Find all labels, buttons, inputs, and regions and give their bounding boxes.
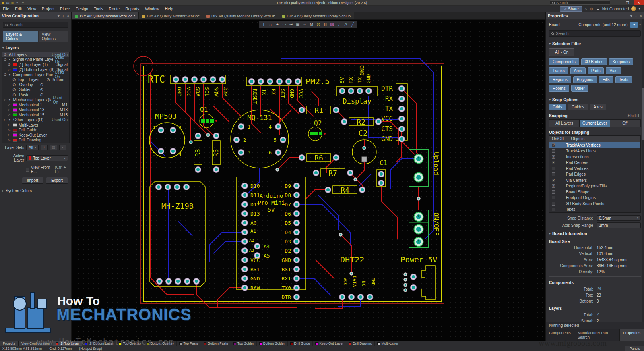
arduino-pin-label[interactable]: A0 [250, 220, 257, 226]
arduino-pin-label[interactable]: D7 [285, 201, 291, 208]
save-icon[interactable]: ▤ [6, 0, 10, 5]
menu-reports[interactable]: Reports [122, 7, 142, 11]
active-layer-select[interactable]: Top Layer ▾ [26, 155, 68, 161]
panel-pin-icon[interactable]: ↧ [634, 14, 638, 18]
pcb-component-r2[interactable]: R2 [341, 118, 382, 126]
export-button[interactable]: Export [46, 177, 68, 184]
snapping-magnet-icon[interactable]: ∩ [267, 22, 274, 27]
global-search-box[interactable]: Search [550, 0, 610, 5]
layer-group-component-pairs[interactable]: ⊙ ▾ Component Layer Pairs (C) Used On [2, 72, 69, 77]
arduino-pin-label[interactable]: D3 [285, 239, 291, 245]
save-layer-set-button[interactable]: ▤ [50, 145, 57, 150]
tab-view-options[interactable]: View Options [39, 31, 68, 42]
pcb-component-dht22[interactable]: DHT22 VCC DATA NC GND [339, 255, 376, 300]
doc-tab-pcblib[interactable]: DIY Air Quality Monitor Library.PcbLib [203, 12, 279, 19]
rtc-designator[interactable]: RTC [148, 74, 165, 85]
pcb-component-r5[interactable]: R5 [212, 133, 220, 173]
pm25-pads[interactable] [249, 79, 301, 85]
selection-filter-section[interactable]: ▾ Selection Filter [549, 39, 641, 48]
panel-tab-view-configuration[interactable]: View Configuration [19, 341, 53, 346]
pm25-pin-label[interactable]: GND [289, 89, 295, 98]
eye-icon[interactable]: ⊙ [8, 62, 11, 66]
prog-pin-label[interactable]: DTR [381, 85, 393, 92]
arduino-pin-label[interactable]: D6 [285, 211, 291, 217]
layer-tab-top-layer[interactable]: [1] Top Layer [53, 341, 82, 346]
pm25-pin-label[interactable]: TX [261, 89, 267, 95]
layer-color-swatch[interactable] [13, 133, 17, 137]
eye-off-icon[interactable]: ⊘ [8, 103, 11, 107]
layer-tab-drill-drawing[interactable]: Drill Drawing [346, 341, 375, 346]
redo-icon[interactable]: ↷ [21, 0, 24, 5]
doc-tab-schlib[interactable]: DIY Air Quality Monitor Library.SchLib [279, 12, 355, 19]
snap-row[interactable]: ✓Pad Centers [549, 160, 640, 166]
arduino-pin-label[interactable]: TX0 [282, 285, 291, 291]
arduino-pin-label[interactable]: RX1 [282, 276, 291, 282]
dht22-pads[interactable] [339, 294, 373, 300]
dht22-pin-label[interactable]: GND [370, 278, 376, 286]
snap-row[interactable]: Track/Arcs Lines [549, 148, 640, 154]
eye-icon[interactable]: ⊙ [12, 87, 16, 92]
layer-tab-bottom-layer[interactable]: [2] Bottom Layer [82, 341, 116, 346]
system-colors-section[interactable]: ▸ System Colors [0, 185, 71, 195]
snap-row[interactable]: ✓Track/Arcs Vertices [549, 142, 640, 148]
eye-off-icon[interactable]: ⊘ [8, 113, 11, 117]
doc-tab-pcbdoc[interactable]: DIY Air Quality Monitor.PcbDoc * [72, 12, 139, 19]
panel-dropdown-icon[interactable]: ▾ [58, 14, 60, 18]
snap-row[interactable]: Board Shape [549, 189, 640, 195]
snap-mode-off[interactable]: Off [610, 120, 640, 127]
checkbox-checked[interactable]: ✓ [552, 155, 555, 159]
mp503-pin-number[interactable]: 2 [178, 125, 182, 131]
menu-edit[interactable]: Edit [12, 7, 25, 11]
checkbox[interactable] [552, 167, 555, 170]
select-area-icon[interactable]: ▭ [281, 22, 287, 27]
multi-route-icon[interactable]: M [308, 22, 315, 27]
menu-tools[interactable]: Tools [91, 7, 106, 11]
pcb-component-pm25[interactable]: PM2.5 RESET TX RX SET GND VCC [246, 77, 330, 104]
snap-row[interactable]: Footprint Origins [549, 195, 640, 201]
layer-tab-drill-guide[interactable]: Drill Guide [288, 341, 313, 346]
eye-off-icon[interactable]: ⊘ [8, 108, 11, 112]
mq131-designator[interactable]: MQ-131 [247, 114, 272, 122]
r3-designator[interactable]: R3 [194, 149, 202, 156]
r5-designator[interactable]: R5 [212, 149, 220, 156]
view-from-bottom-checkbox[interactable] [26, 168, 29, 172]
filter-tracks-button[interactable]: Tracks [549, 67, 568, 74]
doc-tab-schdoc[interactable]: DIY Air Quality Monitor.SchDoc [139, 12, 203, 19]
collapse-icon[interactable]: ▾ [549, 42, 551, 46]
eye-icon[interactable]: ⊙ [8, 133, 11, 137]
onoff-pad-number[interactable]: 3 [417, 214, 420, 220]
line-icon[interactable]: ╱ [349, 22, 356, 27]
layer-tab-bottom-solder[interactable]: Bottom Solder [257, 341, 288, 346]
snap-distance-select[interactable]: 0.5mm ▾ [597, 215, 641, 221]
pcb-component-r7[interactable]: R7 [313, 169, 353, 177]
components-total-link[interactable]: 23 [597, 287, 601, 291]
layer-group-mechanical[interactable]: ⊘ ▾ Mechanical Layers (M) Used On [2, 98, 69, 103]
arduino-designator[interactable]: 5V [268, 206, 275, 213]
eye-icon[interactable]: ⊙ [40, 87, 43, 92]
filter-pads-button[interactable]: Pads [588, 67, 604, 74]
pm25-designator[interactable]: PM2.5 [305, 77, 330, 86]
pad-icon[interactable]: ▦ [295, 22, 301, 27]
mq131-pin-number[interactable]: 6 [269, 150, 272, 156]
arduino-pin-label[interactable]: A4 [264, 243, 270, 249]
snap-mode-all-layers[interactable]: All Layers [549, 120, 580, 127]
pcb-component-mq131[interactable]: MQ-131 1 2 3 4 5 6 [231, 110, 289, 168]
arduino-designator[interactable]: Pro Mini [258, 199, 285, 206]
settings-gear-icon[interactable]: ⚙ [590, 7, 593, 11]
mq131-pin-number[interactable]: 3 [248, 150, 250, 156]
collapse-icon[interactable]: ▾ [549, 232, 551, 235]
user-avatar[interactable] [631, 6, 636, 11]
snap-row[interactable]: 3D Body Snap Points [549, 201, 640, 207]
gnd-net-label[interactable]: GND [359, 65, 365, 75]
eye-icon[interactable]: ⊙ [4, 58, 7, 62]
mq131-pin-number[interactable]: 4 [269, 124, 272, 130]
panel-close-icon[interactable]: × [640, 14, 642, 18]
eye-icon[interactable]: ⊙ [8, 138, 11, 142]
pm25-pin-label[interactable]: RX [270, 89, 276, 95]
tab-properties[interactable]: Properties [620, 329, 644, 341]
polygon-icon[interactable]: ▨ [329, 22, 335, 27]
connection-status[interactable]: Not Connected [602, 7, 629, 11]
layer-color-swatch[interactable] [13, 139, 17, 142]
arduino-pin-label[interactable]: D2 [285, 248, 291, 254]
arduino-pin-label[interactable]: A3 [249, 248, 254, 253]
